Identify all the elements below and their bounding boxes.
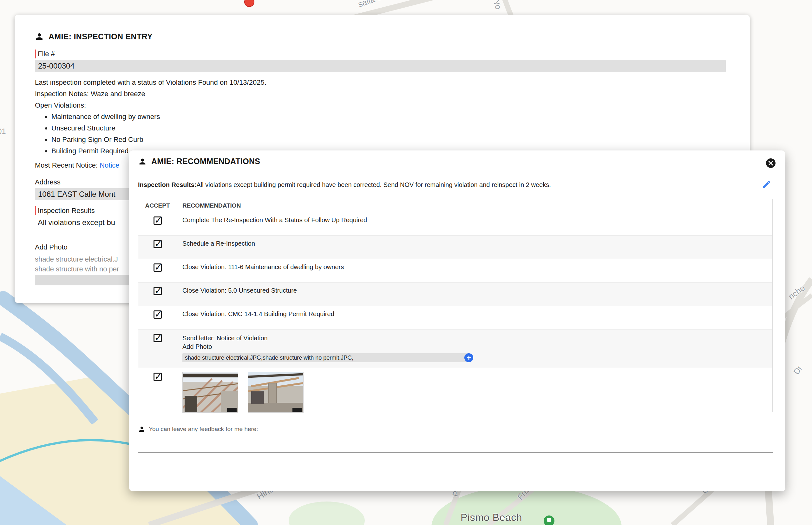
accept-checkbox[interactable]: ✓ xyxy=(154,216,162,225)
map-street-label: 01 xyxy=(0,127,6,136)
summary-line: Inspection Notes: Waze and breeze xyxy=(35,88,266,100)
photo-file-names: shade structure electrical.J shade struc… xyxy=(35,254,119,274)
table-row: ✓ Close Violation: CMC 14-1.4 Building P… xyxy=(138,306,772,329)
add-photo-label: Add Photo xyxy=(182,343,767,351)
close-icon[interactable] xyxy=(765,158,777,170)
required-marker xyxy=(35,206,36,215)
inspection-results-value[interactable]: All violations except bu xyxy=(38,218,115,227)
recommendation-text: Close Violation: CMC 14-1.4 Building Per… xyxy=(177,306,772,329)
recommendation-column-header: RECOMMENDATION xyxy=(177,199,772,212)
file-number-input[interactable] xyxy=(35,60,726,72)
recommendation-results-summary: Inspection Results:All violations except… xyxy=(138,180,740,189)
accept-checkbox[interactable]: ✓ xyxy=(154,287,162,295)
table-row: ✓ Send letter: Notice of Violation Add P… xyxy=(138,329,772,368)
check-icon: ✓ xyxy=(155,238,162,249)
recommendations-dialog: AMIE: RECOMMENDATIONS Inspection Results… xyxy=(129,150,785,491)
notice-link[interactable]: Notice xyxy=(99,161,119,169)
inspection-summary: Last inspection completed with a status … xyxy=(35,77,266,111)
recommendation-text: Send letter: Notice of Violation xyxy=(182,334,767,343)
person-icon xyxy=(138,157,147,166)
inspection-results-label: Inspection Results xyxy=(35,206,95,215)
summary-line: Last inspection completed with a status … xyxy=(35,77,266,88)
check-icon: ✓ xyxy=(155,285,162,296)
table-row: ✓ Schedule a Re-Inspection xyxy=(138,236,772,259)
photo-filenames-input[interactable] xyxy=(182,353,469,362)
file-number-label: File # xyxy=(35,49,55,58)
feedback-prompt: You can leave any feedback for me here: xyxy=(149,426,258,433)
feedback-prompt-row: You can leave any feedback for me here: xyxy=(138,425,258,433)
violation-item: No Parking Sign Or Red Curb xyxy=(51,134,160,145)
plus-icon[interactable]: + xyxy=(464,353,473,362)
accept-checkbox[interactable]: ✓ xyxy=(154,311,162,319)
open-violations-list: Maintenance of dwelling by owners Unsecu… xyxy=(35,111,160,157)
violation-item: Maintenance of dwelling by owners xyxy=(51,111,160,122)
add-photo-label: Add Photo xyxy=(35,243,67,251)
table-header-row: ACCEPT RECOMMENDATION xyxy=(138,199,772,212)
recommendation-text: Close Violation: 111-6 Maintenance of dw… xyxy=(177,259,772,282)
notice-label: Most Recent Notice: xyxy=(35,161,99,169)
accept-checkbox[interactable]: ✓ xyxy=(154,264,162,272)
summary-line: Open Violations: xyxy=(35,100,266,111)
violation-item: Unsecured Structure xyxy=(51,122,160,134)
check-icon: ✓ xyxy=(155,261,162,273)
recommendation-text: Close Violation: 5.0 Unsecured Structure xyxy=(177,283,772,306)
table-row: ✓ xyxy=(138,368,772,412)
recommendation-text: Complete The Re-Inspection With a Status… xyxy=(177,212,772,235)
check-icon: ✓ xyxy=(155,214,162,226)
photo-thumbnail-1[interactable] xyxy=(182,372,238,412)
required-marker xyxy=(35,49,36,58)
check-icon: ✓ xyxy=(155,309,162,320)
accept-checkbox[interactable]: ✓ xyxy=(154,373,162,381)
dialog-title-text: AMIE: RECOMMENDATIONS xyxy=(151,157,260,166)
accept-checkbox[interactable]: ✓ xyxy=(154,334,162,342)
accept-column-header: ACCEPT xyxy=(138,202,177,209)
park-marker-icon[interactable] xyxy=(544,515,555,525)
photo-file-name: shade structure with no per xyxy=(35,264,119,274)
photo-thumbnail-2[interactable] xyxy=(248,372,303,412)
recommendations-table: ACCEPT RECOMMENDATION ✓ Complete The Re-… xyxy=(138,199,773,412)
results-text: All violations except building permit re… xyxy=(196,181,551,188)
table-row: ✓ Close Violation: 111-6 Maintenance of … xyxy=(138,259,772,283)
table-row: ✓ Complete The Re-Inspection With a Stat… xyxy=(138,212,772,236)
check-icon: ✓ xyxy=(155,332,162,343)
accept-checkbox[interactable]: ✓ xyxy=(154,240,162,248)
feedback-input[interactable] xyxy=(138,440,773,453)
edit-icon[interactable] xyxy=(762,180,771,191)
check-icon: ✓ xyxy=(155,371,162,382)
recommendations-title: AMIE: RECOMMENDATIONS xyxy=(138,157,260,166)
person-icon xyxy=(35,32,44,41)
photo-thumbnails xyxy=(182,370,767,412)
recommendation-text: Schedule a Re-Inspection xyxy=(177,236,772,259)
map-place-label: Pismo Beach xyxy=(460,512,522,523)
results-label: Inspection Results: xyxy=(138,181,196,188)
table-row: ✓ Close Violation: 5.0 Unsecured Structu… xyxy=(138,283,772,306)
photo-file-name: shade structure electrical.J xyxy=(35,254,119,264)
person-icon xyxy=(138,425,145,433)
dialog-title-text: AMIE: INSPECTION ENTRY xyxy=(48,32,153,41)
inspection-entry-title: AMIE: INSPECTION ENTRY xyxy=(35,32,153,41)
most-recent-notice: Most Recent Notice: Notice xyxy=(35,161,120,169)
address-label: Address xyxy=(35,178,61,186)
